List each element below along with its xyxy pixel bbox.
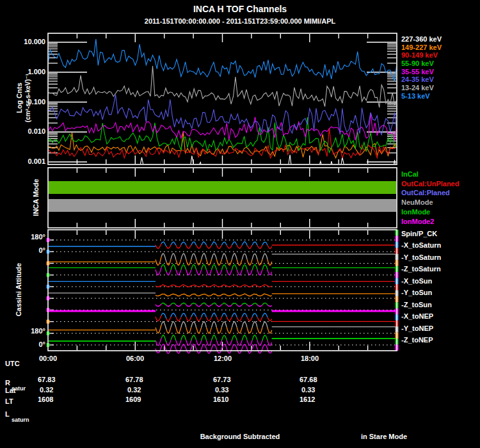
legend-energy-90-149: 90-149 keV (401, 51, 438, 59)
table-cell-lat-4: 0.33 (301, 386, 315, 394)
p1-yaxis-label-line2: (cm²-sr-s-keV)⁻¹ (24, 34, 32, 162)
table-row-label-lt: LT (5, 397, 13, 406)
table-row-label-lat: Lat (5, 387, 16, 395)
plot-page: INCA H TOF Channels 2011-151T00:00:00.00… (0, 0, 480, 448)
table-row-sublabel-l: saturn (12, 416, 29, 424)
legend-mode-outcal-planed: OutCal:Planed (401, 189, 450, 196)
page-subtitle: 2011-151T00:00:00.000 - 2011-151T23:59:0… (0, 17, 480, 26)
legend-att-x-sun: -X_toSun (401, 277, 432, 285)
utc-tick-0600: 06:00 (117, 355, 153, 363)
legend-energy-227-360: 227-360 keV (401, 35, 442, 43)
table-cell-r-4: 67.68 (300, 376, 317, 384)
table-cell-lat-1: 0.32 (40, 386, 53, 394)
legend-att-y-saturn: -Y_toSaturn (401, 253, 441, 261)
page-title: INCA H TOF Channels (0, 5, 480, 13)
legend-att-x-saturn: -X_toSaturn (401, 241, 441, 249)
utc-tick-1200: 12:00 (205, 355, 241, 363)
table-row-label-l: L (5, 410, 10, 419)
legend-energy-35-55: 35-55 keV (401, 68, 434, 76)
table-cell-r-1: 67.83 (38, 376, 56, 384)
utc-tick-1800: 18:00 (292, 355, 328, 363)
p3-ytick-0-top: 0° (1, 246, 45, 255)
legend-mode-outcal-unplaned: OutCal:UnPlaned (401, 180, 459, 188)
table-cell-r-3: 67.73 (213, 376, 231, 384)
table-cell-lat-3: 0.33 (215, 386, 228, 394)
p3-ytick-180-top: 180° (1, 233, 45, 241)
table-cell-lt-3: 1610 (213, 396, 228, 404)
legend-mode-ionmode2: IonMode2 (401, 218, 434, 225)
table-cell-r-2: 67.78 (125, 376, 143, 384)
utc-tick-0000: 00:00 (30, 355, 66, 363)
legend-energy-55-90: 55-90 keV (401, 60, 434, 67)
p1-yaxis-label: Log Cnts (cm²-sr-s-keV)⁻¹ (15, 34, 32, 162)
utc-axis-label: UTC (5, 360, 20, 368)
p3-ytick-180-bot: 180° (1, 327, 45, 335)
legend-mode-ionmode: IonMode (401, 208, 430, 216)
legend-att-y-sun: -Y_toSun (401, 289, 432, 296)
p1-yaxis-label-line1: Log Cnts (15, 34, 24, 162)
legend-att-z-nep: -Z_toNEP (401, 336, 433, 344)
table-cell-lat-2: 0.32 (127, 386, 141, 394)
table-cell-lt-2: 1609 (125, 396, 141, 404)
footer-background-subtracted: Background Subtracted (176, 433, 304, 441)
footer-stare-mode: in Stare Mode (352, 433, 416, 441)
legend-att-z-saturn: -Z_toSaturn (401, 265, 441, 273)
legend-energy-24-35: 24-35 keV (401, 76, 434, 83)
p2-axis-label: INCA Mode (32, 159, 40, 236)
legend-att-spin: Spin/P_CK (401, 230, 437, 237)
legend-energy-149-227: 149-227 keV (401, 44, 442, 51)
legend-mode-incal: InCal (401, 170, 419, 178)
table-cell-lt-4: 1612 (300, 396, 315, 404)
table-cell-lt-1: 1608 (38, 396, 53, 404)
legend-att-x-nep: -X_toNEP (401, 312, 433, 320)
legend-att-z-sun: -Z_toSun (401, 301, 432, 308)
legend-energy-5-13: 5-13 keV (401, 92, 430, 100)
legend-energy-13-24: 13-24 keV (401, 84, 434, 92)
legend-mode-neumode: NeuMode (401, 198, 433, 206)
p3-ytick-0-bot: 0° (1, 340, 45, 349)
legend-att-y-nep: -Y_toNEP (401, 324, 433, 332)
